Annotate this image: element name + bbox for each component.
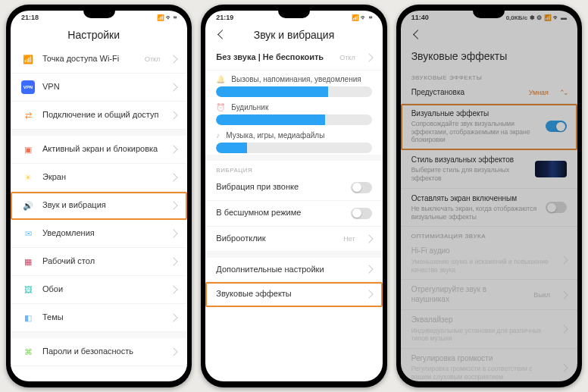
vibration-row-0-toggle[interactable] bbox=[351, 182, 372, 193]
settings-item-0-value: Откл bbox=[145, 55, 160, 63]
chevron-right-icon bbox=[170, 145, 178, 153]
settings-item-1-row[interactable]: VPNVPN bbox=[11, 74, 187, 102]
disabled-sub: Индивидуальные установки для различных т… bbox=[411, 327, 553, 343]
disabled-row-1: Отрегулируйте звук в наушникахВыкл bbox=[401, 280, 577, 310]
status-icons: 0,0КБ/с ✽ ⚙ 📶 ᯤ ▬ bbox=[506, 14, 567, 21]
vibration-row-1-toggle[interactable] bbox=[351, 208, 372, 219]
volume-slider-2: ♪Музыка, игры, медиафайлы bbox=[205, 127, 382, 155]
settings-item-0-icon: 📶 bbox=[21, 52, 35, 66]
slider-icon: ♪ bbox=[216, 131, 220, 140]
vibration-row-2-label: Виброотклик bbox=[216, 234, 336, 244]
extra-row-0-row[interactable]: Дополнительные настройки bbox=[205, 258, 382, 283]
back-icon[interactable] bbox=[216, 29, 228, 41]
row-visual-effects[interactable]: Визуальные эффекты Сопровождайте звук ви… bbox=[401, 104, 577, 150]
settings-item-1-label: VPN bbox=[42, 82, 163, 93]
vibration-row-2-value: Нет bbox=[343, 235, 355, 243]
phone-frame-2: 21:19 📶 ᯤ ▭ Звук и вибрация Без звука | … bbox=[201, 5, 386, 387]
back-icon[interactable] bbox=[411, 29, 424, 41]
settings-item3-0-label: Пароли и безопасность bbox=[42, 347, 163, 357]
chevron-right-icon bbox=[364, 53, 373, 61]
volume-slider-1: ⏰Будильник bbox=[205, 99, 382, 127]
chevron-right-icon bbox=[170, 257, 178, 265]
visual-style-label: Стиль визуальных эффектов bbox=[411, 155, 527, 165]
vibration-row-0-label: Вибрация при звонке bbox=[216, 182, 342, 193]
settings-item2-6-label: Темы bbox=[42, 312, 163, 323]
settings-item2-2-row[interactable]: 🔊Звук и вибрация bbox=[11, 192, 187, 220]
status-icons: 📶 ᯤ ▭ bbox=[157, 14, 177, 21]
settings-item2-2-icon: 🔊 bbox=[21, 199, 35, 212]
extra-row-1-row[interactable]: Звуковые эффекты bbox=[205, 282, 382, 307]
slider-label: Музыка, игры, медиафайлы bbox=[226, 131, 324, 140]
status-bar: 11:40 0,0КБ/с ✽ ⚙ 📶 ᯤ ▬ bbox=[401, 11, 577, 23]
settings-item2-3-row[interactable]: ✉Уведомления bbox=[11, 220, 187, 248]
status-time: 21:19 bbox=[216, 14, 233, 21]
chevron-right-icon bbox=[559, 363, 568, 372]
disabled-sub: Уменьшение шума и искажений и повышение … bbox=[411, 258, 553, 274]
slider-track[interactable] bbox=[216, 143, 371, 153]
disabled-row-2: ЭквалайзерИндивидуальные установки для р… bbox=[401, 310, 577, 349]
chevron-right-icon bbox=[170, 313, 178, 321]
settings-item2-1-row[interactable]: ☀Экран bbox=[11, 164, 187, 192]
visual-effects-toggle[interactable] bbox=[546, 121, 567, 132]
chevron-right-icon bbox=[364, 290, 373, 298]
settings-item2-6-row[interactable]: ◧Темы bbox=[11, 304, 187, 332]
row-preset[interactable]: Предустановка Умная ⌃⌄ bbox=[401, 83, 577, 104]
settings-item2-0-row[interactable]: ▣Активный экран и блокировка bbox=[11, 136, 187, 164]
disabled-label: Отрегулируйте звук в наушниках bbox=[411, 285, 527, 304]
visual-effects-label: Визуальные эффекты bbox=[411, 109, 538, 119]
settings-item2-4-row[interactable]: ▦Рабочий стол bbox=[11, 248, 187, 276]
vibration-row-0-row[interactable]: Вибрация при звонке bbox=[205, 175, 382, 201]
silent-dnd-value: Откл bbox=[339, 54, 355, 61]
settings-item2-3-label: Уведомления bbox=[42, 228, 163, 239]
settings-item2-5-icon: 🖼 bbox=[21, 283, 35, 296]
page-title: Звуковые эффекты bbox=[401, 45, 577, 68]
settings-item-0-row[interactable]: 📶Точка доступа Wi-FiОткл bbox=[11, 45, 187, 74]
status-icons: 📶 ᯤ ▭ bbox=[352, 14, 371, 21]
settings-item-1-icon: VPN bbox=[21, 80, 35, 94]
extra-row-0-label: Дополнительные настройки bbox=[216, 265, 358, 275]
settings-item2-3-icon: ✉ bbox=[21, 227, 35, 240]
slider-label: Вызовы, напоминания, уведомления bbox=[231, 75, 361, 83]
volume-slider-0: 🔔Вызовы, напоминания, уведомления bbox=[205, 71, 382, 99]
chevron-right-icon bbox=[170, 201, 178, 209]
disabled-label: Hi-Fi аудио bbox=[411, 246, 553, 256]
page-title: Настройки bbox=[11, 29, 177, 41]
keep-on-sub: Не выключать экран, когда отображаются в… bbox=[411, 205, 538, 221]
settings-item2-4-icon: ▦ bbox=[21, 255, 35, 268]
preset-label: Предустановка bbox=[411, 88, 521, 98]
slider-icon: ⏰ bbox=[216, 103, 225, 111]
visual-effects-sub: Сопровождайте звук визуальными эффектами… bbox=[411, 120, 538, 144]
extra-row-1-label: Звуковые эффекты bbox=[216, 289, 358, 299]
settings-item-2-label: Подключение и общий доступ bbox=[42, 110, 163, 121]
slider-track[interactable] bbox=[216, 114, 371, 125]
row-keep-screen-on[interactable]: Оставлять экран включенным Не выключать … bbox=[401, 189, 577, 227]
settings-item2-6-icon: ◧ bbox=[21, 311, 35, 325]
keep-on-toggle[interactable] bbox=[546, 202, 567, 213]
vibration-row-1-label: В бесшумном режиме bbox=[216, 208, 342, 218]
slider-track[interactable] bbox=[216, 86, 371, 97]
chevron-right-icon bbox=[364, 234, 373, 243]
row-visual-style[interactable]: Стиль визуальных эффектов Выберите стиль… bbox=[401, 150, 577, 189]
status-time: 11:40 bbox=[411, 14, 429, 21]
style-preview-swatch bbox=[535, 161, 567, 177]
slider-icon: 🔔 bbox=[216, 75, 225, 83]
chevron-right-icon bbox=[170, 347, 178, 356]
settings-item3-0-row[interactable]: ⌘Пароли и безопасность bbox=[11, 338, 187, 366]
chevron-right-icon bbox=[170, 285, 178, 293]
phone-frame-3: 11:40 0,0КБ/с ✽ ⚙ 📶 ᯤ ▬ Звуковые эффекты… bbox=[396, 5, 582, 387]
row-silent-dnd[interactable]: Без звука | Не беспокоить Откл bbox=[205, 45, 382, 71]
keep-on-label: Оставлять экран включенным bbox=[411, 194, 538, 204]
settings-item2-2-label: Звук и вибрация bbox=[42, 200, 163, 211]
settings-item-2-row[interactable]: ⇄Подключение и общий доступ bbox=[11, 102, 187, 130]
visual-style-sub: Выберите стиль для визуальных эффектов bbox=[411, 166, 527, 182]
chevron-right-icon bbox=[170, 83, 178, 91]
status-bar: 21:18 📶 ᯤ ▭ bbox=[11, 11, 187, 23]
settings-item2-0-label: Активный экран и блокировка bbox=[42, 144, 163, 155]
settings-item2-5-row[interactable]: 🖼Обои bbox=[11, 276, 187, 304]
settings-item2-5-label: Обои bbox=[42, 284, 163, 295]
disabled-row-3: Регулировка громкостиРегулировка громкос… bbox=[401, 349, 577, 381]
status-bar: 21:19 📶 ᯤ ▭ bbox=[205, 11, 382, 23]
vibration-row-2-row[interactable]: ВиброоткликНет bbox=[205, 227, 382, 252]
vibration-row-1-row[interactable]: В бесшумном режиме bbox=[205, 201, 382, 227]
section-header-effects: ЗВУКОВЫЕ ЭФФЕКТЫ bbox=[401, 68, 577, 83]
